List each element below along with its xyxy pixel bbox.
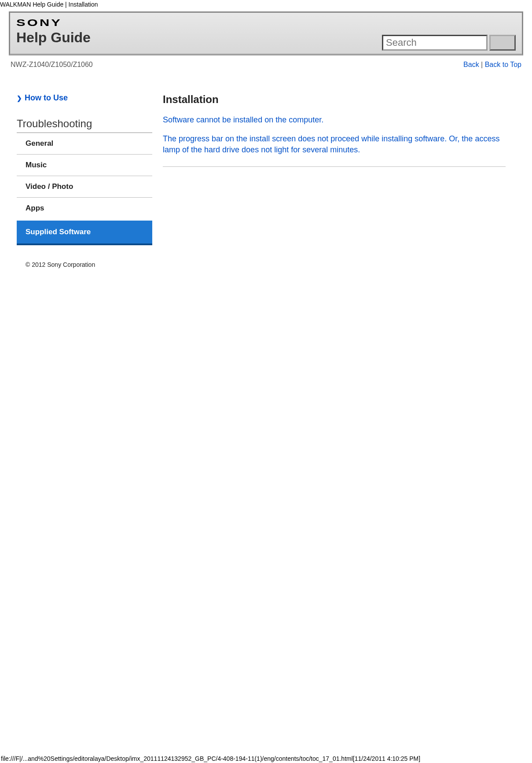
topic-link-1[interactable]: Software cannot be installed on the comp… xyxy=(163,114,506,125)
search-input[interactable] xyxy=(382,35,488,51)
sidebar-item-general[interactable]: General xyxy=(17,133,152,155)
link-separator: | xyxy=(479,61,485,68)
content-divider xyxy=(163,166,506,167)
troubleshooting-heading: Troubleshooting xyxy=(17,118,152,133)
sony-logo: SONY xyxy=(16,17,62,29)
window-title: WALKMAN Help Guide | Installation xyxy=(0,0,532,9)
sidebar-item-apps[interactable]: Apps xyxy=(17,198,152,219)
sidebar-item-video-photo[interactable]: Video / Photo xyxy=(17,176,152,198)
copyright-text: © 2012 Sony Corporation xyxy=(26,261,523,268)
top-links: Back | Back to Top xyxy=(463,61,521,69)
how-to-use-link[interactable]: ❯How to Use xyxy=(17,93,152,103)
search-button[interactable] xyxy=(489,35,516,51)
sidebar-item-music[interactable]: Music xyxy=(17,155,152,176)
header-bar: SONY Help Guide xyxy=(9,11,523,55)
content-title: Installation xyxy=(163,93,506,106)
back-to-top-link[interactable]: Back to Top xyxy=(485,61,521,68)
model-number: NWZ-Z1040/Z1050/Z1060 xyxy=(11,61,93,69)
how-to-use-label: How to Use xyxy=(25,93,68,102)
chevron-right-icon: ❯ xyxy=(17,95,22,102)
sidebar-item-supplied-software[interactable]: Supplied Software xyxy=(17,221,152,243)
topic-link-2[interactable]: The progress bar on the install screen d… xyxy=(163,133,506,155)
back-link[interactable]: Back xyxy=(463,61,479,68)
